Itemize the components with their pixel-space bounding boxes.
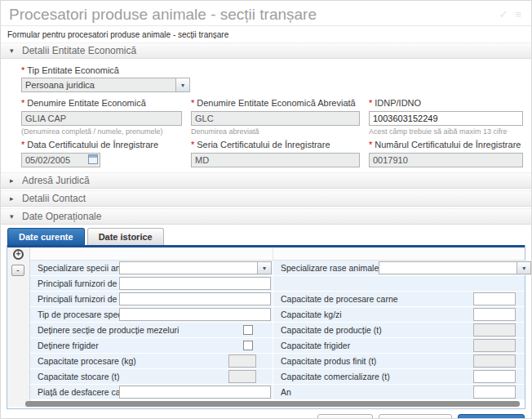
field-data-cert: *Data Certificatului de Înregistrare [21,140,182,167]
section-label: Adresă Juridică [22,175,90,186]
specializare-specii-animale-select[interactable]: ▾ [119,261,272,274]
grid-cell: Capacitate produs finit (t) [273,354,525,368]
collapse-row-icon[interactable]: - [11,265,24,276]
section-adresa-juridica[interactable]: ▸ Adresă Juridică [1,172,531,189]
detinere-mezeluri-checkbox[interactable] [243,325,253,335]
capacitate-comercializare-input[interactable] [473,370,516,383]
operational-grid: + - Specializare specii animale ▾ Specia… [7,245,525,409]
detalii-entitate-form: *Tip Entitate Economică Persoana juridic… [1,59,531,172]
check-icon[interactable]: ✓ [499,8,508,20]
tip-entitate-select: Persoana juridica ▾ [21,78,190,92]
denumire-hint: (Denumirea completă / numele, prenumele) [21,127,182,136]
row-label: Principali furnizori de carcase [38,294,119,304]
data-cert-label: Data Certificatului de Înregistrare [27,140,158,149]
row-label: Specializare specii animale [38,263,119,273]
row-label: An [281,387,473,397]
idnp-hint: Acest câmp trebuie să aibă maxim 13 cifr… [369,127,523,136]
row-label: Capacitate de procesare carne [281,294,473,304]
field-seria-cert: *Seria Certificatului de Înregistrare [191,140,360,167]
section-detalii-contact[interactable]: ▸ Detalii Contact [1,190,531,207]
grid-cell: Deținere frigider [30,338,273,353]
form-subtitle: Formular pentru procesatori produse anim… [1,26,531,42]
table-row: Tip de procesare specializare Capacitate… [30,307,525,322]
review-button[interactable]: → Review [458,414,525,419]
validate-button[interactable]: Validare [317,414,373,419]
grid-cell: Principali furnizori de carne marfă [30,276,273,291]
table-row: Capacitate stocare (t) Capacitate comerc… [30,369,525,384]
tab-date-curente[interactable]: Date curente [7,228,85,245]
grid-cell: An [273,385,525,399]
row-label: Principali furnizori de carne marfă [38,279,119,288]
page-title: Procesatori produse animale - secții tra… [9,6,523,24]
menu-icon[interactable]: ≡ [515,8,521,20]
caret-down-icon: ▾ [10,213,16,221]
grid-cell: Capacitate comercializare (t) [273,369,525,384]
row-label: Capacitate stocare (t) [38,372,228,381]
grid-cell [273,276,525,291]
grid-cell: Capacitate stocare (t) [30,369,273,384]
grid-cell: Specializare rase animale ▾ [273,261,532,275]
table-row: Capacitate procesare (kg) Capacitate pro… [30,354,525,368]
capacitate-procesare-kg-input [228,354,256,368]
required-marker: * [369,98,372,108]
capacitate-frigider-input [473,339,516,352]
table-row: Principali furnizori de carcase Capacita… [30,292,525,306]
row-label: Capacitate frigider [281,341,473,350]
capacitate-kg-zi-input[interactable] [473,308,516,321]
required-marker: * [21,140,24,149]
row-label: Piață de desfacere carne [38,387,119,397]
grid-cell: Tip de procesare specializare [30,307,273,322]
save-draft-button[interactable]: Salvare draft [379,414,452,419]
caret-right-icon: ▸ [10,195,16,203]
table-row: Deținere secție de producție mezeluri Ca… [30,323,525,337]
seria-cert-label: Seria Certificatului de Înregistrare [197,140,330,149]
section-date-operationale[interactable]: ▾ Date Operaționale [1,208,531,225]
numar-cert-label: Numărul Certificatului de Înregistrare [375,140,521,149]
field-idnp: *IDNP/IDNO Acest câmp trebuie să aibă ma… [369,98,523,136]
denumire-label: Denumire Entitate Economică [27,98,146,108]
required-marker: * [21,65,24,75]
abreviata-label: Denumire Entitate Economică Abreviată [197,98,355,108]
caret-down-icon: ▾ [10,47,16,55]
grid-cell: Piață de desfacere carne [30,385,273,399]
row-label: Specializare rase animale [281,263,379,273]
field-abreviata: *Denumire Entitate Economică Abreviată D… [191,98,360,136]
idnp-label: IDNP/IDNO [375,98,421,108]
specializare-rase-animale-select[interactable]: ▾ [379,261,531,274]
furnizori-carcase-input[interactable] [119,292,271,305]
detinere-frigider-checkbox[interactable] [243,341,253,350]
grid-cell: Specializare specii animale ▾ [30,261,273,275]
grid-cell: Capacitate frigider [273,338,525,353]
grid-cell: Capacitate de producție (t) [273,323,525,337]
grid-cell: Capacitate kg/zi [273,307,525,322]
horizontal-scrollbar[interactable] [25,401,520,407]
field-denumire: *Denumire Entitate Economică (Denumirea … [21,98,182,136]
an-input[interactable] [473,386,516,399]
add-row-icon[interactable]: + [13,249,24,260]
row-label: Deținere secție de producție mezeluri [38,325,243,335]
abreviata-hint: Denumirea abreviată [191,127,360,136]
row-label: Capacitate procesare (kg) [38,356,228,366]
tip-procesare-specializare-input[interactable] [119,308,271,321]
piata-desfacere-carne-input[interactable] [119,386,271,399]
furnizori-carne-marfa-input[interactable] [119,277,271,290]
chevron-down-icon: ▾ [257,262,271,274]
section-label: Detalii Entitate Economică [22,45,136,56]
row-label: Capacitate produs finit (t) [281,356,473,366]
calendar-icon [88,154,98,164]
tab-date-istorice[interactable]: Date istorice [87,228,164,245]
denumire-input [21,111,182,126]
capacitate-procesare-carne-input[interactable] [473,292,516,305]
required-marker: * [21,98,24,108]
table-row: Specializare specii animale ▾ Specializa… [30,261,525,275]
section-label: Date Operaționale [22,211,101,222]
capacitate-productie-input [473,323,516,337]
table-row: Principali furnizori de carne marfă [30,276,525,291]
row-label: Capacitate comercializare (t) [281,372,473,381]
tip-entitate-value: Persoana juridica [22,80,175,90]
chevron-down-icon: ▾ [175,78,189,91]
required-marker: * [191,98,194,108]
section-detalii-entitate[interactable]: ▾ Detalii Entitate Economică [1,42,531,59]
idnp-input[interactable] [369,111,523,126]
table-row: Piață de desfacere carne An [30,385,525,399]
